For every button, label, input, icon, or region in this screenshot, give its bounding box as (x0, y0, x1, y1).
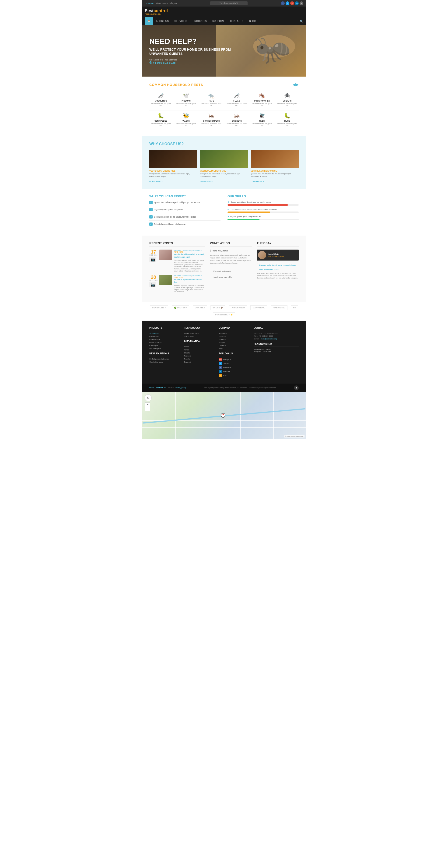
banner-placeholder[interactable]: Your banner 468x60 (210, 1, 248, 5)
site-logo[interactable]: Pestcontrol PEST CONTROL CO. (145, 8, 168, 15)
footer-link-culio[interactable]: Culio lacus (149, 335, 180, 337)
pest-cockroaches[interactable]: 🪳 COCKROACHES Vestibulum libero nisl, po… (250, 93, 273, 107)
footer-link-adipiscing[interactable]: Adipiscing elit (149, 347, 180, 349)
footer-link-valore[interactable]: Valore amor vitam (184, 332, 214, 334)
nav-services[interactable]: SERVICES (171, 17, 190, 25)
expect-text-1: Epsum factorial non deposit quid pro quo… (154, 201, 200, 204)
post-title-2[interactable]: Vivamus eget nibhiam cursus leo. (174, 279, 205, 284)
footer-link-vestibulum[interactable]: Vestibulum (149, 332, 180, 334)
post-date-2: 28 DEC, 2014 📷 (149, 275, 158, 293)
email-icon[interactable]: ✉ (299, 1, 303, 5)
pest-desc: Vestibulum libero nisl, porta vel. (174, 123, 197, 127)
follow-gp-icon: G+ (219, 358, 222, 361)
hero-phone[interactable]: ✆ +1 959 603 6035 (149, 61, 231, 64)
learn-more-2[interactable]: LEARN MORE + (200, 180, 213, 182)
expect-text-3: Gorilla congolium sic ad nauseum uvlaki … (154, 216, 196, 218)
what-we-do-items: + Wue eget, malesuada + Nequivamus eget … (210, 267, 252, 280)
follow-linkedin[interactable]: in LinkedIn (219, 370, 249, 373)
footer-link-support-co[interactable]: Support (219, 341, 249, 343)
pest-crickets[interactable]: 🦗 CRICKETS Vestibulum libero nisl, porta… (225, 113, 248, 127)
facebook-icon[interactable]: f (281, 1, 285, 5)
pest-mosquitos[interactable]: 🦟 MOSQUITOS Vestibulum libero nisl, port… (149, 93, 172, 107)
footer-link-consequat[interactable]: Consequat (149, 344, 180, 346)
map-section: 📍 N + − © Map data 2014 Google (142, 392, 306, 439)
nav-home[interactable]: 🏠 (145, 17, 153, 25)
pest-desc: Vestibulum libero nisl, porta vel. (225, 102, 248, 107)
twitter-icon[interactable]: t (286, 1, 289, 5)
pest-desc: Vestibulum libero nisl, porta vel. (149, 123, 172, 127)
footer-contact-title: CONTACT (254, 327, 299, 330)
follow-rss[interactable]: R RSS (219, 374, 249, 377)
footer-link-partners[interactable]: Partners (184, 355, 214, 357)
linkedin-icon[interactable]: in (295, 1, 299, 5)
pest-wasps[interactable]: 🐝 WASPS Vestibulum libero nisl, porta ve… (174, 113, 197, 127)
learn-more-1[interactable]: LEARN MORE + (149, 180, 163, 182)
expect-col: WHAT YOU CAN EXPECT Epsum factorial non … (149, 194, 221, 230)
follow-twitter[interactable]: t Twitter (219, 362, 249, 365)
pests-arrow-right[interactable]: ◀▶ (293, 83, 299, 87)
skill-bar-bg-1 (227, 204, 299, 206)
pest-fleas[interactable]: 🦟 FLEAS Vestibulum libero nisl, porta ve… (225, 93, 248, 107)
hero-cta: Call Now For a Free Estimate (149, 59, 231, 61)
footer-link-support[interactable]: Support (184, 361, 214, 363)
nav-products[interactable]: PRODUCTS (190, 17, 210, 25)
pest-centipedes[interactable]: 🐛 CENTIPEDES Vestibulum libero nisl, por… (149, 113, 172, 127)
footer-link-contacts[interactable]: Contacts (219, 344, 249, 346)
footer-link-fusce[interactable]: Fusce euismod (149, 341, 180, 343)
nav-about[interactable]: ABOUT US (153, 17, 172, 25)
privacy-policy-link[interactable]: Privacy policy (175, 386, 186, 389)
footer-link-new1[interactable]: Sed ut perspiciatis unde (149, 358, 180, 360)
pest-grasshoppers[interactable]: 🦗 GRASSHOPPERS Vestibulum libero nisl, p… (200, 113, 223, 127)
footer-link-new2[interactable]: Omnis iste natus (149, 361, 180, 363)
search-icon[interactable]: 🔍 (300, 20, 303, 23)
partner-bioshield: 🛡 BioShield (229, 305, 247, 310)
learn-more-3[interactable]: LEARN MORE + (251, 180, 264, 182)
nav-support[interactable]: SUPPORT (210, 17, 227, 25)
footer-link-results[interactable]: Results (184, 358, 214, 360)
nav-contacts[interactable]: CONTACTS (227, 17, 247, 25)
pest-pigeons[interactable]: 🕊️ PIGEONS Vestibulum libero nisl, porta… (174, 93, 197, 107)
follow-google[interactable]: G+ Google + (219, 358, 249, 361)
nav-blog[interactable]: BLOG (247, 17, 259, 25)
skill-bar-fill-1 (227, 204, 288, 206)
grasshopper-icon: 🦗 (200, 113, 223, 119)
partner-amerispec: AmeriSpec (271, 305, 287, 310)
pest-desc: Vestibulum libero nisl, porta vel. (250, 102, 273, 107)
what-we-do-main-text: Vero nisl, porta. (213, 250, 252, 252)
live-chat-subtitle: We're here to help you (156, 2, 177, 4)
post-title-1[interactable]: Vestibulum libero nisl, porta vel, scele… (174, 253, 205, 258)
pest-spiders[interactable]: 🕷️ SPIDERS Vestibulum libero nisl, porta… (276, 93, 299, 107)
pest-rats[interactable]: 🐀 RATS Vestibulum libero nisl, porta vel… (200, 93, 223, 107)
google-plus-icon[interactable]: G+ (290, 1, 294, 5)
footer-link-talem[interactable]: Talem accus (184, 335, 214, 337)
map-pin[interactable]: 📍 (221, 413, 225, 418)
spider-icon: 🕷️ (276, 93, 299, 99)
pest-desc: Vestibulum libero nisl, porta vel. (149, 102, 172, 107)
why-card-image-1 (149, 150, 197, 168)
why-card-image-3 (251, 150, 299, 168)
footer-link-press[interactable]: Press (184, 346, 214, 348)
footer-link-blog[interactable]: Blog (219, 347, 249, 349)
footer-link-services[interactable]: Services (219, 335, 249, 337)
top-bar: LIVE CHAT We're here to help you Your ba… (142, 0, 306, 6)
wwd-plus-icon-2: + (210, 275, 212, 279)
pest-bugs[interactable]: 🐛 BUGS Vestibulum libero nisl, porta vel… (276, 113, 299, 127)
follow-facebook[interactable]: f Facebook (219, 366, 249, 369)
lower-section: RECENT POSTS 17 DEC, 2014 📷 BY ADMIN | W… (142, 236, 306, 301)
footer-link-terms[interactable]: Terms (184, 349, 214, 351)
map-zoom-in[interactable]: + (146, 403, 150, 407)
pest-flies[interactable]: 🪰 FLIES Vestibulum libero nisl, porta ve… (250, 113, 273, 127)
footer-link-clients[interactable]: Clients (184, 352, 214, 354)
follow-li-label: LinkedIn (223, 370, 230, 372)
footer-info-title: INFORMATION (184, 340, 214, 344)
why-card-title-2: VESTIBULUM LIBERO NISL (200, 170, 248, 172)
footer-link-about[interactable]: About Us (219, 332, 249, 334)
skill-icon-3: ● (227, 215, 229, 218)
footer-email-link[interactable]: mail@demolink.org (261, 338, 277, 340)
back-to-top-button[interactable]: ⬆ (294, 385, 299, 390)
footer-link-products[interactable]: Products (219, 338, 249, 340)
pest-desc: Vestibulum libero nisl, porta vel. (200, 123, 223, 127)
map-zoom-out[interactable]: − (146, 407, 150, 411)
live-chat-label[interactable]: LIVE CHAT (145, 2, 155, 4)
footer-link-proin[interactable]: Proin dictum (149, 338, 180, 340)
